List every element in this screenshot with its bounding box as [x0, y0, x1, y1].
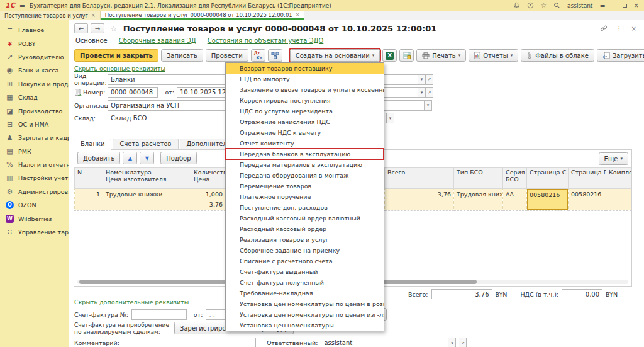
menu-item[interactable]: НДС по услугам нерезидента	[226, 106, 384, 117]
operation-open-button[interactable]: ↗	[426, 74, 433, 85]
date-field[interactable]: 10.10.2025 12:00:01	[177, 87, 226, 98]
sidebar-item-purchases-sales[interactable]: ⊞Покупки и продажи	[0, 77, 69, 91]
tab-assembly-tasks[interactable]: Сборочные задания ЭД	[119, 37, 196, 44]
close-window-button[interactable]: ×	[634, 2, 639, 9]
related-documents-button[interactable]	[268, 49, 282, 62]
sidebar-item-warehouse[interactable]: ▦Склад	[0, 91, 69, 104]
sidebar-item-fixed-assets[interactable]: ⊟ОС и НМА	[0, 118, 69, 131]
pick-button[interactable]: Подбор	[160, 152, 196, 164]
menu-item[interactable]: Заявление о ввозе товаров и уплате косве…	[226, 84, 384, 95]
menu-item[interactable]: ГТД по импорту	[226, 74, 384, 84]
responsible-open-button[interactable]: ↗	[459, 338, 467, 347]
sidebar-item-production[interactable]: ◪Производство	[0, 104, 69, 117]
post-and-close-button[interactable]: Провести и закрыть	[74, 49, 158, 62]
tab-blanks[interactable]: Бланки	[74, 139, 111, 150]
menu-item[interactable]: Установка цен номенклатуры	[226, 320, 384, 331]
show-postings-button[interactable]: ДтКт	[251, 49, 265, 62]
menu-item[interactable]: Установка цен номенклатуры по ценам изг-…	[226, 309, 384, 320]
print-button[interactable]: Печать▾	[416, 49, 466, 62]
menu-item[interactable]: Счет-фактура полученный	[226, 277, 384, 288]
menu-item[interactable]: Перемещение товаров	[226, 181, 384, 191]
add-row-button[interactable]: Добавить	[77, 152, 120, 164]
sidebar-item-ozon[interactable]: OOZON	[0, 198, 69, 212]
hide-main-requisites-link[interactable]: Скрыть основные реквизиты	[74, 65, 165, 72]
minimize-button[interactable]: –	[613, 2, 616, 9]
menu-item[interactable]: Передача материалов в эксплуатацию	[226, 159, 384, 170]
operation-dropdown-button[interactable]: ▾	[418, 74, 426, 85]
load-from-file-button[interactable]: Загрузить (перезаполнить) из файла	[597, 49, 644, 62]
responsible-field[interactable]: assistant	[321, 338, 445, 347]
post-button[interactable]: Провести	[206, 49, 248, 62]
sidebar-item-administration[interactable]: ⚙Администрирование	[0, 185, 69, 198]
number-field[interactable]: 0000-000048	[108, 87, 158, 98]
reports-button[interactable]: Отчеты▾	[469, 49, 518, 62]
sidebar-item-main[interactable]: ≡Главное	[0, 23, 69, 37]
cell-nomenclature[interactable]: Трудовые книжки	[103, 189, 191, 211]
current-user-label[interactable]: assistant	[567, 3, 592, 9]
covered-dropdown-button[interactable]: ▾	[418, 87, 426, 98]
cell-page-from[interactable]: 00580216	[527, 189, 569, 211]
sidebar-item-poby[interactable]: ∗PO.BY	[0, 37, 69, 50]
notifications-bell-icon[interactable]	[513, 2, 520, 9]
sidebar-item-wildberries[interactable]: WWildberries	[0, 212, 69, 225]
set-number-icon[interactable]	[74, 89, 83, 96]
restore-button[interactable]	[623, 4, 627, 8]
menu-item[interactable]: Корректировка поступления	[226, 95, 384, 106]
move-up-button[interactable]: ▲	[123, 152, 137, 164]
total-amount-field[interactable]: 3,76	[431, 289, 492, 299]
menu-item[interactable]: Требование-накладная	[226, 288, 384, 299]
covered-open-button[interactable]: ↗	[426, 87, 433, 98]
tab-settlement-accounts[interactable]: Счета расчетов	[113, 139, 178, 150]
get-link-icon[interactable]	[600, 25, 608, 32]
menu-item[interactable]: Отражение НДС к вычету	[226, 127, 384, 138]
app-tab-document[interactable]: Поступление товаров и услуг 0000-000048 …	[101, 11, 304, 20]
responsible-dropdown-button[interactable]: ▾	[448, 338, 456, 347]
menu-item[interactable]: Реализация товаров и услуг	[226, 234, 384, 245]
invoice-number-field[interactable]	[131, 309, 187, 320]
app-tab-list[interactable]: Поступление товаров и услуг ×	[0, 11, 101, 20]
menu-item[interactable]: Отражение начисления НДС	[226, 117, 384, 127]
menu-item[interactable]: Списание с расчетного счета	[226, 256, 384, 266]
sidebar-item-taxes[interactable]: %Налоги и отчетность	[0, 158, 69, 171]
menu-item[interactable]: Счет-фактура выданный	[226, 266, 384, 277]
close-document-icon[interactable]: ×	[631, 25, 636, 32]
load-table-button[interactable]	[399, 49, 414, 62]
history-clock-icon[interactable]	[527, 2, 534, 9]
menu-item[interactable]: Поступление доп. расходов	[226, 202, 384, 213]
forward-button[interactable]: →	[91, 23, 104, 33]
menu-item[interactable]: Установка цен номенклатуры по ценам в ро…	[226, 299, 384, 309]
close-tab-icon[interactable]: ×	[296, 12, 300, 18]
cell-quantity[interactable]: 1,0003,76	[191, 189, 226, 211]
write-button[interactable]: Записать	[161, 49, 203, 62]
tab-main[interactable]: Основное	[75, 37, 108, 44]
cell-completeness[interactable]	[606, 189, 631, 211]
cell-total[interactable]: 3,76	[385, 189, 454, 211]
sidebar-item-manager[interactable]: ↗Руководителю	[0, 50, 69, 64]
menu-item-annotated[interactable]: Передача бланков в эксплуатацию	[226, 149, 384, 159]
menu-item[interactable]: Сборочное задание на приемку	[226, 245, 384, 256]
tab-edo-states[interactable]: Состояния по объектам учета ЭДО	[208, 37, 324, 44]
menu-item[interactable]: Расходный кассовый ордер	[226, 224, 384, 234]
sidebar-item-rmk[interactable]: ▤РМК	[0, 145, 69, 158]
sidebar-item-accounting-settings[interactable]: ▥Настройки учета	[0, 171, 69, 185]
comment-field[interactable]	[123, 338, 256, 347]
cell-page-to[interactable]: 00580216	[569, 189, 606, 211]
menu-item[interactable]: Платежное поручение	[226, 191, 384, 202]
excel-export-button[interactable]: X	[382, 49, 397, 62]
menu-item[interactable]: Передача оборудования в монтаж	[226, 170, 384, 181]
menu-item[interactable]: Расходный кассовый ордер валютный	[226, 213, 384, 224]
grid-more-button[interactable]: Еще▾	[599, 152, 628, 165]
menu-item[interactable]: Отчет комитенту	[226, 138, 384, 149]
organization-dropdown-button[interactable]: ▾	[425, 100, 432, 111]
create-based-on-button[interactable]: Создать на основании▾	[290, 49, 380, 62]
hide-additional-requisites-link[interactable]: Скрыть дополнительные реквизиты	[74, 299, 189, 305]
cell-n[interactable]: 1	[75, 189, 103, 211]
back-button[interactable]: ←	[74, 23, 88, 33]
service-menu-icon[interactable]: ≡	[599, 1, 605, 9]
search-icon[interactable]	[553, 2, 560, 9]
sidebar-item-tariff[interactable]: ∷Управление тарифом	[0, 225, 69, 239]
more-dots-icon[interactable]: ⋮	[616, 25, 623, 32]
sidebar-item-bank-cash[interactable]: ◉Банк и касса	[0, 64, 69, 77]
favorites-star-icon[interactable]: ☆	[541, 2, 547, 9]
menu-item[interactable]: Возврат товаров поставщику	[226, 63, 384, 74]
